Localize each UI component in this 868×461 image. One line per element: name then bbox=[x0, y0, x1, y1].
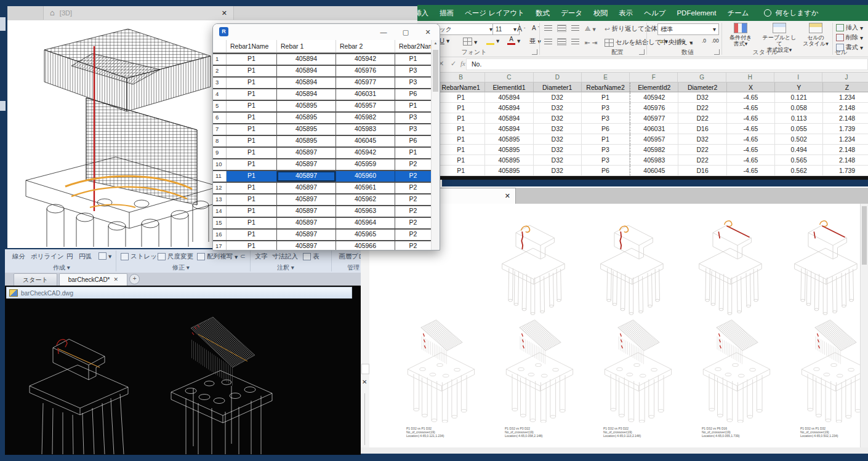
table-cell[interactable]: 405977 bbox=[336, 78, 395, 88]
table-cell[interactable]: P2 bbox=[395, 194, 432, 205]
table-cell[interactable]: P1 bbox=[395, 148, 432, 158]
table-cell[interactable]: P2 bbox=[395, 159, 432, 170]
sheet-cell[interactable]: P3 bbox=[582, 155, 630, 166]
table-cell[interactable]: 405964 bbox=[336, 218, 395, 228]
table-cell[interactable]: P1 bbox=[227, 171, 277, 182]
table-cell[interactable]: P2 bbox=[395, 230, 432, 240]
fill-color-button[interactable]: ▾ bbox=[486, 36, 499, 44]
sheet-cell[interactable]: D16 bbox=[678, 166, 726, 176]
table-cell[interactable]: 405897 bbox=[277, 194, 336, 205]
column-header-D[interactable]: D bbox=[534, 73, 582, 82]
sheet-cell[interactable]: RebarName2 bbox=[582, 82, 630, 92]
increase-decimal-button[interactable]: .0 bbox=[702, 38, 706, 44]
dialog-column-rebar2name[interactable]: Rebar2Name bbox=[395, 40, 432, 52]
sheet-cell[interactable]: 2.148 bbox=[823, 145, 868, 155]
accounting-format-button[interactable]: ¤▾ bbox=[659, 38, 668, 45]
column-header-C[interactable]: C bbox=[485, 73, 533, 82]
minimize-icon[interactable]: — bbox=[374, 24, 393, 40]
table-row[interactable]: 3P1405894405977P3 bbox=[213, 76, 440, 88]
pilecap-thumbnail-bottom-1[interactable] bbox=[396, 310, 485, 425]
tool-polyline[interactable]: ポリライン bbox=[31, 252, 64, 261]
percent-button[interactable]: % bbox=[679, 38, 685, 45]
dialog-scrollbar[interactable]: ▲ bbox=[431, 40, 440, 250]
pilecap-thumbnail-top-2[interactable] bbox=[588, 209, 674, 320]
table-cell[interactable]: 405963 bbox=[336, 206, 395, 217]
sheet-cell[interactable]: 0.058 bbox=[775, 103, 823, 113]
sheet-cell[interactable]: 0.055 bbox=[775, 124, 823, 134]
borders-button[interactable]: ▾ bbox=[463, 38, 477, 46]
sheet-cell[interactable]: 405894 bbox=[485, 92, 533, 103]
table-cell[interactable]: P2 bbox=[395, 171, 432, 182]
sheet-cell[interactable]: 405895 bbox=[485, 155, 533, 166]
excel-ribbon-tab-2[interactable]: 描画 bbox=[434, 5, 459, 21]
sheet-cell[interactable]: D32 bbox=[534, 92, 582, 103]
table-cell[interactable]: 405983 bbox=[336, 124, 395, 135]
sheet-cell[interactable]: P6 bbox=[582, 166, 630, 176]
sheet-cell[interactable]: P1 bbox=[582, 92, 630, 103]
dialog-column-rebar1name[interactable]: Rebar1Name bbox=[227, 40, 277, 52]
sheet-cell[interactable]: 405977 bbox=[630, 113, 678, 124]
table-cell[interactable]: 405897 bbox=[277, 218, 336, 228]
table-cell[interactable]: 405897 bbox=[277, 159, 336, 170]
table-row[interactable]: 1P1405894405942P1 bbox=[213, 53, 440, 65]
table-cell[interactable]: 405957 bbox=[336, 101, 395, 111]
align-center-icon[interactable] bbox=[558, 39, 566, 45]
table-cell[interactable]: P6 bbox=[395, 136, 432, 146]
formula-input[interactable]: No. bbox=[466, 58, 868, 70]
sheet-cell[interactable]: ElementId1 bbox=[485, 82, 533, 92]
sheet-cell[interactable]: X bbox=[727, 82, 775, 92]
sheet-cell[interactable]: D32 bbox=[534, 113, 582, 124]
table-cell[interactable]: P2 bbox=[395, 206, 432, 217]
table-cell[interactable]: P3 bbox=[395, 113, 432, 123]
sheet-cell[interactable]: 405895 bbox=[485, 145, 533, 155]
pilecap-thumbnail-top-4[interactable] bbox=[782, 209, 861, 320]
tool-layer-properties[interactable]: 画層プロパ bbox=[339, 252, 361, 261]
table-cell[interactable]: P1 bbox=[227, 159, 277, 170]
table-row[interactable]: 9P1405897405942P1 bbox=[213, 146, 440, 158]
pilecap-thumbnail-bottom-5[interactable] bbox=[790, 310, 861, 425]
table-cell[interactable]: 405982 bbox=[336, 113, 395, 123]
sheet-cell[interactable]: Diameter2 bbox=[678, 82, 726, 92]
table-cell[interactable]: 405965 bbox=[336, 230, 395, 240]
sheet-cell[interactable]: P1 bbox=[437, 166, 485, 176]
table-row[interactable]: 14P1405897405963P2 bbox=[213, 205, 440, 217]
table-cell[interactable]: 405894 bbox=[277, 89, 336, 100]
column-header-G[interactable]: G bbox=[678, 73, 726, 82]
table-cell[interactable]: P1 bbox=[395, 101, 432, 111]
table-cell[interactable]: P2 bbox=[395, 183, 432, 193]
insert-cells-button[interactable]: 挿入▾ bbox=[836, 23, 863, 32]
sheet-cell[interactable]: 405894 bbox=[485, 124, 533, 134]
sheet-cell[interactable]: Diameter1 bbox=[534, 82, 582, 92]
font-size-select[interactable]: 11▾ bbox=[492, 23, 520, 35]
scroll-up-icon[interactable]: ▲ bbox=[432, 41, 440, 45]
tab-3d-view[interactable]: ⌂ [3D] ✕ bbox=[43, 6, 234, 20]
sheet-cell[interactable]: 405894 bbox=[485, 113, 533, 124]
sheet-cell[interactable]: 0.562 bbox=[775, 166, 823, 176]
sheet-cell[interactable]: D32 bbox=[534, 134, 582, 145]
table-cell[interactable]: P1 bbox=[227, 136, 277, 146]
sheet-cell[interactable]: 405894 bbox=[485, 103, 533, 113]
sheet-cell[interactable]: 2.148 bbox=[823, 103, 868, 113]
delete-cells-button[interactable]: 削除▾ bbox=[836, 33, 863, 42]
sheet-cell[interactable]: D32 bbox=[534, 155, 582, 166]
table-cell[interactable]: 405895 bbox=[277, 124, 336, 135]
sheet-cell[interactable]: D16 bbox=[678, 124, 726, 134]
table-cell[interactable]: 405894 bbox=[277, 78, 336, 88]
tool-arc[interactable]: 円弧 bbox=[79, 252, 92, 261]
table-cell[interactable]: 405961 bbox=[336, 183, 395, 193]
table-cell[interactable]: 405895 bbox=[277, 101, 336, 111]
sheet-cell[interactable]: D32 bbox=[678, 134, 726, 145]
excel-ribbon-tab-7[interactable]: 表示 bbox=[613, 5, 638, 21]
group-label-modify[interactable]: 修正 ▾ bbox=[172, 263, 190, 272]
sheet-cell[interactable]: 1.234 bbox=[823, 92, 868, 103]
close-icon[interactable]: ✕ bbox=[419, 24, 437, 40]
table-cell[interactable]: P1 bbox=[227, 124, 277, 135]
dialog-column-rebar-1[interactable]: Rebar 1 bbox=[277, 40, 336, 52]
sheet-cell[interactable]: 405895 bbox=[485, 134, 533, 145]
table-cell[interactable]: 405897 bbox=[277, 171, 336, 182]
number-dialog-launcher-icon[interactable] bbox=[714, 49, 720, 55]
file-tab-barcheckcad[interactable]: barCheckCAD*✕ bbox=[59, 273, 127, 286]
column-header-E[interactable]: E bbox=[582, 73, 630, 82]
table-row[interactable]: 8P1405895406045P6 bbox=[213, 135, 440, 146]
table-cell[interactable]: 405960 bbox=[336, 171, 395, 182]
